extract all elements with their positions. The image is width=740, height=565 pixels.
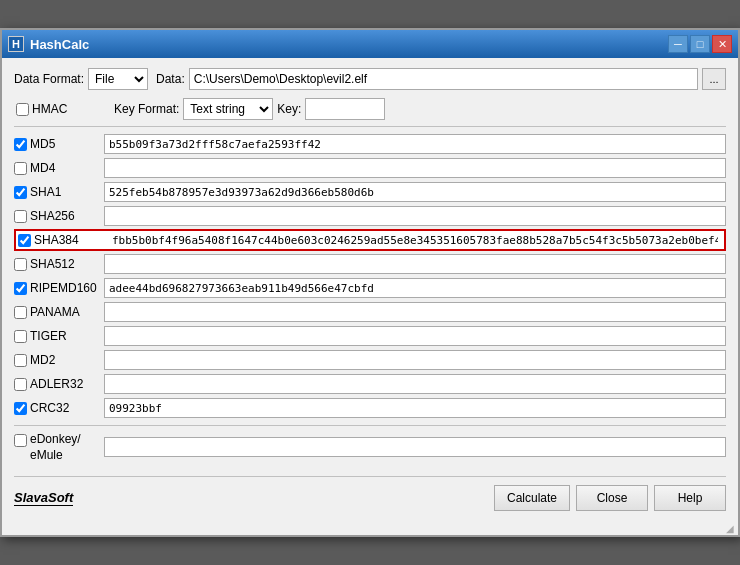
sha1-value[interactable] [104,182,726,202]
divider2 [14,425,726,426]
ripemd160-checkbox[interactable] [14,282,27,295]
md2-checkbox-label[interactable]: MD2 [14,353,104,367]
sha512-checkbox-label[interactable]: SHA512 [14,257,104,271]
crc32-checkbox[interactable] [14,402,27,415]
md5-checkbox-label[interactable]: MD5 [14,137,104,151]
close-window-button[interactable]: ✕ [712,35,732,53]
data-label: Data: [156,72,185,86]
edonkey-value[interactable] [104,437,726,457]
key-format-select[interactable]: Text string Hex File [183,98,273,120]
window-title: HashCalc [30,37,89,52]
tiger-label: TIGER [30,329,95,343]
title-bar-left: H HashCalc [8,36,89,52]
main-content: Data Format: File Text Hex Data: ... HMA… [2,58,738,523]
data-format-select[interactable]: File Text Hex [88,68,148,90]
help-button[interactable]: Help [654,485,726,511]
md5-label: MD5 [30,137,95,151]
data-format-group: Data Format: File Text Hex [14,68,148,90]
panama-checkbox-label[interactable]: PANAMA [14,305,104,319]
close-button[interactable]: Close [576,485,648,511]
hash-row-md4: MD4 [14,157,726,179]
sha384-checkbox[interactable] [18,234,31,247]
title-controls: ─ □ ✕ [668,35,732,53]
divider [14,126,726,127]
hmac-label: HMAC [32,102,67,116]
hash-row-panama: PANAMA [14,301,726,323]
hash-row-sha256: SHA256 [14,205,726,227]
resize-corner[interactable]: ◢ [726,523,736,533]
hash-rows: MD5 MD4 SHA1 [14,133,726,419]
hash-row-sha1: SHA1 [14,181,726,203]
hmac-checkbox-label[interactable]: HMAC [16,102,106,116]
data-format-label: Data Format: [14,72,84,86]
slavasoft-link[interactable]: SlavaSoft [14,490,73,506]
app-icon: H [8,36,24,52]
md4-checkbox[interactable] [14,162,27,175]
sha1-label: SHA1 [30,185,95,199]
maximize-button[interactable]: □ [690,35,710,53]
hash-row-ripemd160: RIPEMD160 [14,277,726,299]
hash-row-md2: MD2 [14,349,726,371]
main-window: H HashCalc ─ □ ✕ Data Format: File Text … [0,28,740,537]
md5-value[interactable] [104,134,726,154]
tiger-checkbox[interactable] [14,330,27,343]
key-input[interactable] [305,98,385,120]
panama-checkbox[interactable] [14,306,27,319]
bottom-row: SlavaSoft Calculate Close Help [14,476,726,511]
hash-row-sha384: SHA384 [14,229,726,251]
md2-checkbox[interactable] [14,354,27,367]
md4-checkbox-label[interactable]: MD4 [14,161,104,175]
sha256-checkbox-label[interactable]: SHA256 [14,209,104,223]
hash-row-tiger: TIGER [14,325,726,347]
hmac-checkbox[interactable] [16,103,29,116]
edonkey-label: eDonkey/eMule [30,432,81,463]
md2-label: MD2 [30,353,95,367]
action-buttons: Calculate Close Help [494,485,726,511]
crc32-label: CRC32 [30,401,95,415]
sha256-value[interactable] [104,206,726,226]
minimize-button[interactable]: ─ [668,35,688,53]
sha384-value[interactable] [108,231,722,249]
sha1-checkbox[interactable] [14,186,27,199]
sha256-checkbox[interactable] [14,210,27,223]
hash-row-adler32: ADLER32 [14,373,726,395]
data-group: Data: ... [156,68,726,90]
browse-button[interactable]: ... [702,68,726,90]
adler32-checkbox-label[interactable]: ADLER32 [14,377,104,391]
hash-row-md5: MD5 [14,133,726,155]
edonkey-row: eDonkey/eMule [14,432,726,462]
md5-checkbox[interactable] [14,138,27,151]
md4-label: MD4 [30,161,95,175]
ripemd160-checkbox-label[interactable]: RIPEMD160 [14,281,104,295]
edonkey-checkbox[interactable] [14,434,27,447]
crc32-checkbox-label[interactable]: CRC32 [14,401,104,415]
sha512-value[interactable] [104,254,726,274]
ripemd160-label: RIPEMD160 [30,281,95,295]
crc32-value[interactable] [104,398,726,418]
md4-value[interactable] [104,158,726,178]
calculate-button[interactable]: Calculate [494,485,570,511]
edonkey-checkbox-label[interactable]: eDonkey/eMule [14,430,104,463]
panama-label: PANAMA [30,305,95,319]
key-format-label: Key Format: [114,102,179,116]
sha384-checkbox-label[interactable]: SHA384 [18,233,108,247]
data-filepath-input[interactable] [189,68,698,90]
top-row: Data Format: File Text Hex Data: ... [14,68,726,90]
hmac-row: HMAC Key Format: Text string Hex File Ke… [14,98,726,120]
key-label: Key: [277,102,301,116]
adler32-checkbox[interactable] [14,378,27,391]
key-format-group: Key Format: Text string Hex File Key: [114,98,385,120]
adler32-value[interactable] [104,374,726,394]
md2-value[interactable] [104,350,726,370]
tiger-checkbox-label[interactable]: TIGER [14,329,104,343]
window-bottom: ◢ [2,523,738,535]
sha256-label: SHA256 [30,209,95,223]
ripemd160-value[interactable] [104,278,726,298]
tiger-value[interactable] [104,326,726,346]
adler32-label: ADLER32 [30,377,95,391]
hash-row-sha512: SHA512 [14,253,726,275]
sha512-checkbox[interactable] [14,258,27,271]
sha512-label: SHA512 [30,257,95,271]
panama-value[interactable] [104,302,726,322]
sha1-checkbox-label[interactable]: SHA1 [14,185,104,199]
